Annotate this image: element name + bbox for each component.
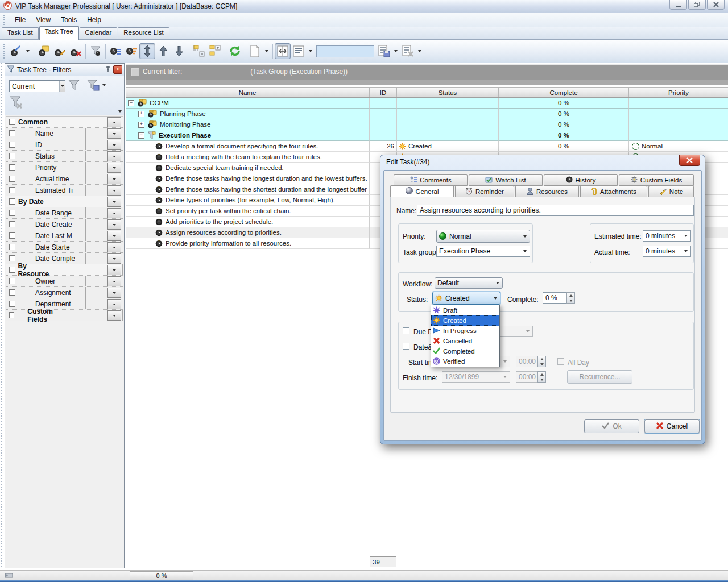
filter-row[interactable]: Date Starte bbox=[6, 242, 123, 253]
column-header-priority[interactable]: Priority bbox=[629, 88, 728, 97]
task-group-combo[interactable]: Execution Phase bbox=[436, 246, 530, 257]
filter-tasks-button[interactable] bbox=[88, 43, 104, 59]
tab-resources[interactable]: Resources bbox=[515, 186, 579, 197]
filter-row[interactable]: By Date bbox=[6, 196, 123, 207]
save-layout-button[interactable] bbox=[376, 43, 392, 59]
filter-dropdown-button[interactable] bbox=[107, 197, 121, 207]
menu-item[interactable]: Help bbox=[82, 14, 106, 26]
collapse-icon[interactable] bbox=[9, 278, 15, 284]
tab-comments[interactable]: Comments bbox=[394, 174, 468, 186]
filter-dropdown-button[interactable] bbox=[107, 117, 121, 127]
status-option[interactable]: Verified bbox=[431, 356, 499, 367]
status-combo[interactable]: Created bbox=[432, 292, 500, 305]
filter-row[interactable]: Estimated Ti bbox=[6, 185, 123, 196]
collapse-icon[interactable] bbox=[9, 301, 15, 307]
close-button[interactable] bbox=[707, 0, 725, 10]
filter-dropdown-button[interactable] bbox=[107, 219, 121, 230]
print-preview-button[interactable] bbox=[247, 43, 263, 59]
filter-dropdown-button[interactable] bbox=[107, 299, 121, 309]
tab-watch-list[interactable]: Watch List bbox=[469, 174, 543, 186]
complete-spinbox[interactable]: 0 % bbox=[543, 292, 566, 304]
filter-preset-combo[interactable]: Current bbox=[9, 80, 65, 92]
panel-splitter[interactable] bbox=[0, 63, 4, 568]
filter-row[interactable]: Priority bbox=[6, 162, 123, 173]
collapse-icon[interactable] bbox=[9, 130, 15, 136]
restore-button[interactable] bbox=[688, 0, 706, 10]
filter-dropdown-button[interactable] bbox=[107, 151, 121, 161]
workflow-combo[interactable]: Default bbox=[435, 277, 503, 289]
edit-task-button[interactable] bbox=[52, 43, 68, 59]
filter-row[interactable]: Date Create bbox=[6, 219, 123, 230]
column-settings-caret[interactable] bbox=[307, 43, 315, 59]
filter-field-value[interactable] bbox=[122, 264, 123, 275]
filter-row[interactable]: Date Range bbox=[6, 207, 123, 219]
apply-filter-button[interactable] bbox=[67, 78, 81, 92]
collapse-icon[interactable] bbox=[9, 176, 15, 182]
expand-all-button[interactable] bbox=[207, 43, 223, 59]
dialog-close-button[interactable] bbox=[679, 155, 700, 166]
sort-tasks-button[interactable] bbox=[123, 43, 139, 59]
current-filter-checkbox[interactable] bbox=[131, 68, 139, 76]
refresh-button[interactable] bbox=[227, 43, 243, 59]
estimated-time-combo[interactable]: 0 minutes bbox=[643, 230, 691, 242]
move-up-button[interactable] bbox=[155, 43, 171, 59]
tab-reminder[interactable]: Reminder bbox=[455, 186, 514, 197]
collapse-icon[interactable] bbox=[9, 187, 15, 193]
print-preview-caret[interactable] bbox=[263, 43, 271, 59]
filter-row[interactable]: Name bbox=[6, 128, 123, 139]
save-layout-caret[interactable] bbox=[392, 43, 400, 59]
table-row[interactable]: + Monitoring Phase 0 % bbox=[126, 119, 728, 130]
status-option[interactable]: In Progress bbox=[431, 326, 499, 336]
collapse-icon[interactable] bbox=[9, 244, 15, 250]
tab-note[interactable]: Note bbox=[648, 186, 694, 197]
collapse-icon[interactable] bbox=[9, 210, 15, 216]
filter-row[interactable]: Common bbox=[6, 117, 123, 128]
save-filter-button[interactable] bbox=[86, 78, 101, 92]
filter-dropdown-button[interactable] bbox=[107, 128, 121, 139]
due-date-checkbox[interactable] bbox=[403, 327, 410, 334]
filter-row[interactable]: Actual time bbox=[6, 173, 123, 185]
filter-field-value[interactable] bbox=[122, 310, 123, 321]
complete-spinner[interactable] bbox=[566, 292, 575, 304]
collapse-icon[interactable] bbox=[9, 153, 15, 159]
move-down-button[interactable] bbox=[171, 43, 187, 59]
collapse-icon[interactable] bbox=[9, 198, 15, 205]
datetime-checkbox[interactable] bbox=[403, 343, 410, 350]
filter-dropdown-button[interactable] bbox=[107, 276, 121, 286]
actual-time-combo[interactable]: 0 minutes bbox=[643, 246, 691, 257]
new-task-button[interactable] bbox=[8, 43, 24, 59]
column-header-name[interactable]: Name bbox=[126, 88, 370, 97]
table-row[interactable]: Develop a formal document specifying the… bbox=[126, 141, 728, 152]
collapse-icon[interactable] bbox=[9, 289, 15, 296]
tab-history[interactable]: History bbox=[544, 174, 618, 186]
tree-expander-icon[interactable]: + bbox=[138, 111, 144, 117]
collapse-icon[interactable] bbox=[9, 312, 14, 318]
clear-layout-caret[interactable] bbox=[416, 43, 424, 59]
save-filter-caret[interactable] bbox=[101, 78, 107, 92]
new-task-menu-caret[interactable] bbox=[24, 43, 32, 59]
table-row[interactable]: + Planning Phase 0 % bbox=[126, 109, 728, 119]
clear-layout-button[interactable] bbox=[400, 43, 416, 59]
expand-collapse-toggle-button[interactable] bbox=[139, 43, 155, 59]
filter-row[interactable]: Status bbox=[6, 151, 123, 162]
filter-row[interactable]: Custom Fields bbox=[6, 310, 123, 321]
view-tab[interactable]: Resource List bbox=[118, 27, 169, 39]
menu-item[interactable]: View bbox=[31, 14, 56, 26]
collapse-icon[interactable] bbox=[9, 221, 15, 227]
delete-task-button[interactable] bbox=[68, 43, 84, 59]
tree-expander-icon[interactable]: − bbox=[138, 132, 144, 139]
column-header-id[interactable]: ID bbox=[370, 88, 397, 97]
filter-dropdown-button[interactable] bbox=[107, 174, 121, 184]
collapse-all-button[interactable] bbox=[191, 43, 207, 59]
filter-dropdown-button[interactable] bbox=[107, 140, 121, 150]
filter-row[interactable]: Date Last M bbox=[6, 230, 123, 242]
filter-dropdown-button[interactable] bbox=[107, 288, 121, 298]
column-settings-button[interactable] bbox=[291, 43, 307, 59]
priority-combo[interactable]: Normal bbox=[436, 230, 530, 243]
new-subtask-button[interactable] bbox=[36, 43, 52, 59]
view-tab[interactable]: Task Tree bbox=[39, 26, 79, 40]
minimize-button[interactable] bbox=[669, 0, 687, 10]
table-row[interactable]: − Execution Phase 0 % bbox=[126, 130, 728, 141]
filter-row[interactable]: Owner bbox=[6, 276, 123, 287]
clear-filter-button[interactable] bbox=[9, 95, 23, 109]
